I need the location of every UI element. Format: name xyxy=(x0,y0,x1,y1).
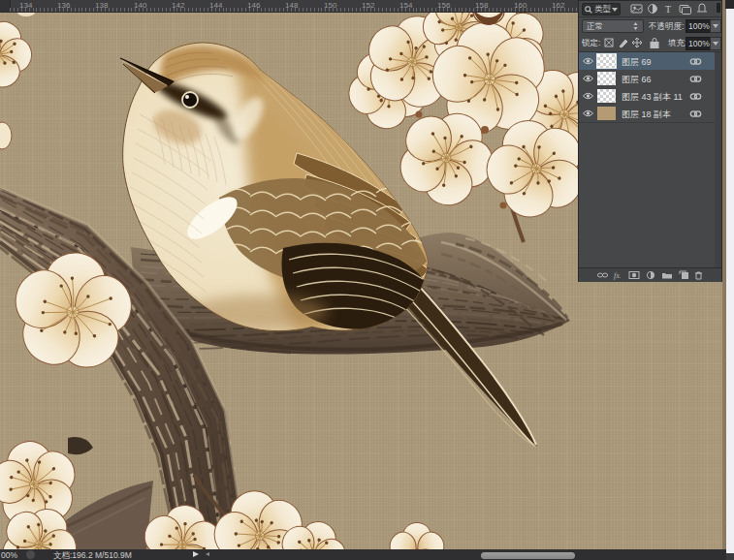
svg-text:T: T xyxy=(665,4,671,15)
svg-text:fx.: fx. xyxy=(614,271,622,280)
